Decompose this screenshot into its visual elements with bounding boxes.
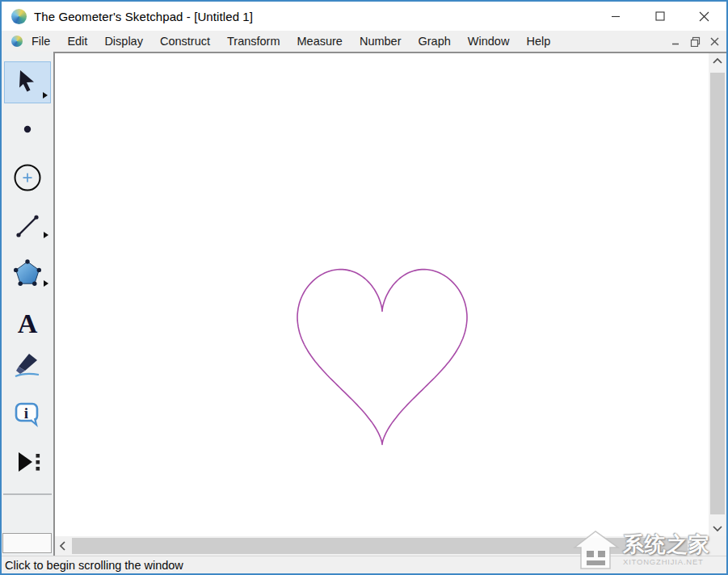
arrow-cursor-icon — [13, 68, 42, 97]
toolbar-bottom-panel — [2, 533, 52, 553]
letter-a-icon: A — [13, 308, 42, 338]
marker-tool[interactable] — [4, 349, 51, 383]
flyout-arrow-icon — [44, 232, 48, 238]
selection-arrow-tool[interactable] — [4, 61, 51, 103]
flyout-arrow-icon — [44, 280, 48, 287]
scroll-up-button[interactable] — [709, 53, 726, 69]
chevron-left-icon — [57, 539, 69, 552]
heart-curve[interactable] — [297, 270, 467, 445]
circle-icon — [12, 162, 43, 193]
minimize-button[interactable] — [593, 2, 638, 31]
vertical-scrollbar[interactable] — [709, 53, 726, 536]
custom-tools-icon — [12, 448, 43, 477]
scroll-down-button[interactable] — [709, 520, 726, 536]
horizontal-scrollbar[interactable] — [55, 536, 709, 556]
menu-help[interactable]: Help — [526, 35, 550, 48]
menu-transform[interactable]: Transform — [227, 35, 280, 48]
chevron-up-icon — [711, 55, 724, 68]
menu-bar: File Edit Display Construct Transform Me… — [2, 31, 726, 52]
menu-graph[interactable]: Graph — [419, 35, 451, 48]
window-controls — [593, 2, 726, 31]
point-icon — [13, 115, 42, 144]
toolbar-divider — [3, 493, 52, 495]
tool-palette: A i — [2, 52, 53, 556]
flyout-arrow-icon — [43, 92, 48, 99]
app-logo-icon — [11, 9, 27, 24]
point-tool[interactable] — [4, 115, 51, 144]
menu-file[interactable]: File — [32, 35, 50, 48]
scroll-left-button[interactable] — [55, 536, 71, 556]
status-bar: Click to begin scrolling the window — [2, 556, 726, 573]
title-bar: The Geometer's Sketchpad - [Untitled 1] — [2, 2, 726, 31]
menu-number[interactable]: Number — [360, 35, 402, 48]
straightedge-tool[interactable] — [4, 210, 51, 242]
sketch-canvas[interactable] — [55, 53, 709, 536]
app-window: The Geometer's Sketchpad - [Untitled 1] … — [0, 0, 728, 575]
info-bubble-icon: i — [12, 399, 43, 430]
marker-pen-icon — [12, 350, 43, 381]
horizontal-scroll-thumb[interactable] — [72, 538, 688, 554]
chevron-down-icon — [711, 522, 724, 535]
svg-text:A: A — [18, 308, 38, 338]
document-area — [53, 52, 726, 556]
mdi-window-controls — [670, 36, 721, 47]
close-button[interactable] — [682, 2, 726, 31]
scrollbar-corner — [709, 536, 726, 556]
custom-tools[interactable] — [4, 446, 51, 480]
status-text: Click to begin scrolling the window — [5, 559, 183, 572]
mdi-restore-button[interactable] — [689, 36, 701, 47]
menu-construct[interactable]: Construct — [160, 35, 210, 48]
menu-measure[interactable]: Measure — [297, 35, 343, 48]
mdi-close-button[interactable] — [709, 36, 721, 47]
compass-tool[interactable] — [4, 162, 51, 194]
chevron-right-icon — [691, 539, 704, 552]
menu-edit[interactable]: Edit — [67, 35, 87, 48]
polygon-tool[interactable] — [4, 255, 51, 291]
scroll-right-button[interactable] — [689, 536, 705, 556]
menu-items: File Edit Display Construct Transform Me… — [32, 35, 550, 48]
text-tool[interactable]: A — [4, 307, 51, 339]
pentagon-icon — [12, 258, 43, 288]
mdi-minimize-button[interactable] — [670, 36, 682, 47]
svg-text:i: i — [24, 405, 28, 422]
menu-display[interactable]: Display — [104, 35, 143, 48]
maximize-button[interactable] — [638, 2, 682, 31]
segment-icon — [13, 212, 42, 241]
vertical-scroll-thumb[interactable] — [710, 73, 725, 514]
menu-window[interactable]: Window — [468, 35, 510, 48]
document-icon[interactable] — [11, 36, 23, 47]
window-title: The Geometer's Sketchpad - [Untitled 1] — [34, 10, 253, 23]
information-tool[interactable]: i — [4, 397, 51, 431]
